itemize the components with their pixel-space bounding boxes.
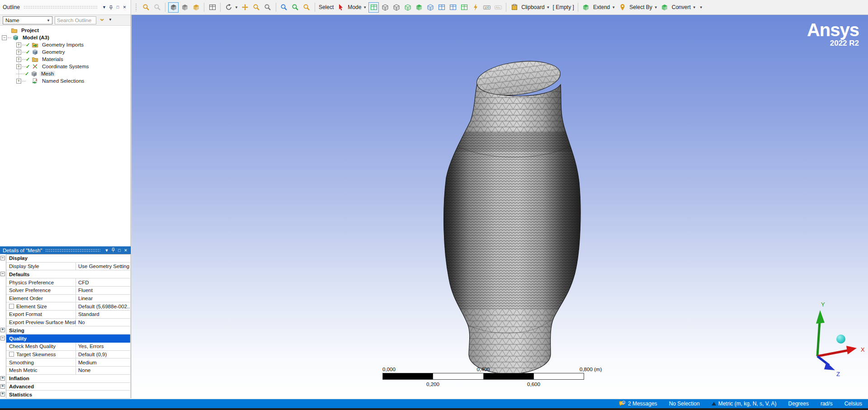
- angular-velocity-unit-status[interactable]: rad/s: [821, 401, 833, 407]
- details-property-value[interactable]: Default (0,9): [76, 351, 130, 358]
- select-mesh-elements-button[interactable]: [448, 2, 458, 13]
- zoom-to-fit-button[interactable]: [279, 2, 289, 13]
- details-row-display-style[interactable]: Display Style Use Geometry Setting: [6, 263, 130, 271]
- tree-item-materials[interactable]: + ✓ Materials: [0, 56, 131, 63]
- clipboard-icon[interactable]: [509, 2, 519, 13]
- checkbox[interactable]: [9, 304, 14, 309]
- details-property-value[interactable]: Yes, Errors: [76, 343, 130, 350]
- units-status[interactable]: Metric (m, kg, N, s, V, A): [712, 401, 777, 407]
- tree-item-named-selections[interactable]: + A Named Selections: [0, 77, 131, 85]
- tree-expander-icon[interactable]: −: [2, 35, 7, 40]
- details-row-element-order[interactable]: Element Order Linear: [6, 295, 130, 303]
- toolbar-grip[interactable]: [135, 3, 137, 11]
- clipboard-label[interactable]: Clipboard: [521, 4, 544, 10]
- shaded-exterior-edges-button[interactable]: [168, 2, 179, 13]
- meshed-geometry[interactable]: [441, 57, 585, 373]
- details-property-value[interactable]: None: [76, 367, 130, 374]
- zoom-forward-button[interactable]: [152, 2, 162, 13]
- details-row-target-skewness[interactable]: Target Skewness Default (0,9): [6, 351, 130, 359]
- details-row-check-mesh-quality[interactable]: Check Mesh Quality Yes, Errors: [6, 343, 130, 351]
- outline-menu-icon[interactable]: ▼: [101, 4, 108, 10]
- pan-button[interactable]: [240, 2, 250, 13]
- details-menu-icon[interactable]: ▼: [104, 248, 110, 253]
- render-style-button[interactable]: [191, 2, 201, 13]
- details-row-export-preview-surface-mesh[interactable]: Export Preview Surface Mesh No: [6, 319, 130, 327]
- select-body-button[interactable]: [414, 2, 424, 13]
- details-row-mesh-metric[interactable]: Mesh Metric None: [6, 367, 130, 375]
- search-outline-input[interactable]: [55, 17, 96, 24]
- zoom-back-button[interactable]: [141, 2, 151, 13]
- details-property-value[interactable]: No: [76, 319, 130, 326]
- outline-pin-icon[interactable]: [108, 4, 114, 10]
- details-expander-icon[interactable]: +: [0, 392, 5, 396]
- rotate-button[interactable]: [223, 2, 234, 13]
- mode-dropdown-icon[interactable]: ▼: [363, 5, 367, 9]
- box-zoom-button[interactable]: [263, 2, 273, 13]
- details-row-element-size[interactable]: Element Size Default (5,6988e-002...: [6, 302, 130, 311]
- details-expander-icon[interactable]: +: [0, 328, 5, 332]
- zoom-capped-button[interactable]: [290, 2, 301, 13]
- details-row-inflation[interactable]: + Inflation: [6, 375, 130, 383]
- outline-close-icon[interactable]: ✕: [121, 4, 128, 10]
- search-options-icon[interactable]: ▼: [108, 18, 112, 22]
- toolbar-overflow-icon[interactable]: ▼: [699, 5, 703, 9]
- select-mesh-faces-button[interactable]: [459, 2, 469, 13]
- outline-maximize-icon[interactable]: □: [114, 4, 121, 10]
- mode-label[interactable]: Mode: [348, 4, 361, 10]
- details-expander-icon[interactable]: −: [0, 336, 5, 340]
- select-by-dropdown-icon[interactable]: ▼: [654, 5, 658, 9]
- extend-dropdown-icon[interactable]: ▼: [612, 5, 615, 9]
- graphics-viewport[interactable]: Ansys 2022 R2: [132, 15, 868, 398]
- convert-dropdown-icon[interactable]: ▼: [693, 5, 696, 9]
- details-property-value[interactable]: CFD: [76, 278, 130, 286]
- details-row-display[interactable]: − Display: [6, 254, 130, 263]
- node-id-label-button[interactable]: 100: [481, 2, 492, 13]
- zoom-in-out-button[interactable]: [251, 2, 262, 13]
- details-pin-icon[interactable]: [110, 247, 116, 254]
- details-expander-icon[interactable]: −: [0, 256, 5, 260]
- details-row-solver-preference[interactable]: Solver Preference Fluent: [6, 287, 130, 295]
- details-property-value[interactable]: Default (5,6988e-002...: [76, 302, 130, 310]
- details-row-statistics[interactable]: + Statistics: [6, 391, 130, 399]
- details-property-value[interactable]: Standard: [76, 311, 130, 318]
- details-property-value[interactable]: Use Geometry Setting: [76, 263, 130, 270]
- annotation-button[interactable]: Abc: [493, 2, 503, 13]
- viewports-layout-button[interactable]: [207, 2, 217, 13]
- tree-item-model-a3[interactable]: − Model (A3): [0, 34, 131, 41]
- tree-item-project[interactable]: Project: [0, 27, 131, 34]
- select-cursor-icon[interactable]: [335, 2, 346, 13]
- select-face-button[interactable]: [402, 2, 413, 13]
- triad-x-axis[interactable]: [817, 346, 857, 356]
- shaded-exterior-button[interactable]: [179, 2, 190, 13]
- tree-item-geometry-imports[interactable]: + ✓ Geometry Imports: [0, 41, 131, 48]
- details-row-physics-preference[interactable]: Physics Preference CFD: [6, 278, 130, 287]
- select-mesh-nodes-button[interactable]: [436, 2, 447, 13]
- details-property-value[interactable]: Fluent: [76, 287, 130, 294]
- details-row-defaults[interactable]: − Defaults: [6, 270, 130, 278]
- details-property-value[interactable]: Linear: [76, 295, 130, 302]
- convert-icon[interactable]: [660, 2, 670, 13]
- tree-item-coordinate-systems[interactable]: + ✓ Coordinate Systems: [0, 63, 131, 70]
- details-row-quality[interactable]: − Quality: [6, 335, 130, 343]
- details-row-smoothing[interactable]: Smoothing Medium: [6, 358, 130, 367]
- select-through-button[interactable]: [425, 2, 435, 13]
- temperature-unit-status[interactable]: Celsius: [844, 401, 862, 407]
- details-row-export-format[interactable]: Export Format Standard: [6, 311, 130, 319]
- details-property-value[interactable]: Medium: [76, 358, 130, 366]
- expand-search-icon[interactable]: ⌄: [99, 14, 105, 23]
- triad-y-axis[interactable]: [816, 310, 825, 356]
- select-vertex-button[interactable]: [380, 2, 390, 13]
- tree-item-geometry[interactable]: + ✓ Geometry: [0, 48, 131, 56]
- rotate-dropdown-icon[interactable]: ▼: [235, 5, 238, 9]
- select-edge-button[interactable]: [391, 2, 401, 13]
- details-expander-icon[interactable]: −: [0, 272, 5, 276]
- details-close-icon[interactable]: ✕: [123, 248, 129, 253]
- triad-iso-ball[interactable]: [836, 335, 845, 344]
- extend-icon[interactable]: [581, 2, 591, 13]
- filter-type-select[interactable]: Name ▼: [3, 16, 52, 24]
- coordinates-probe-button[interactable]: [470, 2, 481, 13]
- extend-label[interactable]: Extend: [593, 4, 610, 10]
- magnifier-window-button[interactable]: [302, 2, 312, 13]
- select-by-icon[interactable]: [617, 2, 627, 13]
- coordinate-triad[interactable]: Y X Z: [805, 298, 868, 377]
